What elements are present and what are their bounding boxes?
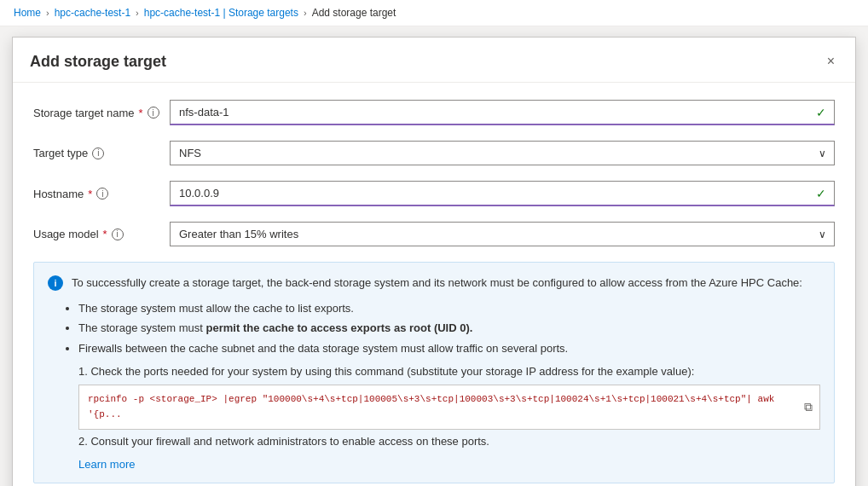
usage-model-info-icon[interactable]: i [112,229,124,240]
target-type-row: Target type i NFS ADLS NFS Blob NFS ∨ [33,141,835,165]
hostname-label: Hostname * i [33,188,170,200]
storage-target-name-check-icon: ✓ [816,106,826,119]
breadcrumb: Home › hpc-cache-test-1 › hpc-cache-test… [0,0,868,26]
storage-target-name-row: Storage target name * i ✓ [33,100,835,125]
info-bullet-3: Firewalls between the cache subnet and t… [78,340,820,357]
target-type-label: Target type i [33,147,170,159]
breadcrumb-home[interactable]: Home [14,7,41,19]
usage-model-row: Usage model * i Greater than 15% writes … [33,222,835,246]
storage-target-name-label: Storage target name * i [33,107,170,119]
info-bullet-1: The storage system must allow the cache … [78,300,820,317]
dialog-header: Add storage target × [13,38,855,83]
usage-model-select[interactable]: Greater than 15% writes Read heavy, infr… [170,222,835,246]
dialog-title: Add storage target [30,53,166,71]
required-marker-2: * [88,188,92,200]
breadcrumb-sep-2: › [136,8,139,18]
info-box-steps: 1. Check the ports needed for your syste… [78,365,820,448]
hostname-input[interactable] [170,181,835,206]
storage-target-name-info-icon[interactable]: i [148,107,159,119]
info-box-header: i To successfully create a storage targe… [48,275,820,292]
info-box: i To successfully create a storage targe… [33,262,835,483]
storage-target-name-field-wrap: ✓ [170,100,835,125]
target-type-info-icon[interactable]: i [92,148,104,159]
usage-model-label: Usage model * i [33,228,170,240]
hostname-info-icon[interactable]: i [96,188,108,200]
breadcrumb-sep-1: › [46,8,49,18]
info-box-header-text: To successfully create a storage target,… [72,275,802,292]
hostname-row: Hostname * i ✓ [33,181,835,206]
storage-target-name-input[interactable] [170,100,835,125]
hostname-field-wrap: ✓ [170,181,835,206]
copy-icon[interactable]: ⧉ [804,397,813,416]
info-box-bullets: The storage system must allow the cache … [78,300,820,357]
target-type-select[interactable]: NFS ADLS NFS Blob NFS [170,141,835,165]
add-storage-target-dialog: Add storage target × Storage target name… [12,37,856,486]
breadcrumb-storage-targets[interactable]: hpc-cache-test-1 | Storage targets [144,7,298,19]
close-button[interactable]: × [824,51,838,72]
info-step-2: 2. Consult your firewall and network adm… [78,435,820,448]
info-box-icon: i [48,275,63,291]
info-code-box: rpcinfo -p <storage_IP> |egrep "100000\s… [78,385,820,430]
breadcrumb-cache[interactable]: hpc-cache-test-1 [55,7,130,19]
learn-more-link[interactable]: Learn more [78,458,135,471]
dialog-body: Storage target name * i ✓ Target type i … [13,83,855,486]
target-type-field-wrap: NFS ADLS NFS Blob NFS ∨ [170,141,835,165]
required-marker-3: * [103,228,107,240]
info-bullet-2: The storage system must permit the cache… [78,320,820,337]
hostname-check-icon: ✓ [816,187,826,200]
info-step-1: 1. Check the ports needed for your syste… [78,365,820,378]
usage-model-field-wrap: Greater than 15% writes Read heavy, infr… [170,222,835,246]
breadcrumb-sep-3: › [304,8,307,18]
required-marker-1: * [139,107,143,119]
code-text: rpcinfo -p <storage_IP> |egrep "100000\s… [88,394,774,419]
breadcrumb-current: Add storage target [312,7,396,19]
